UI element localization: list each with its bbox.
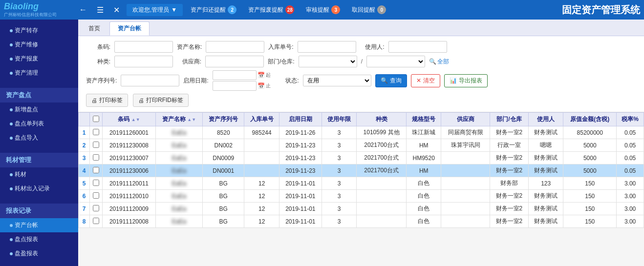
- date-end-input[interactable]: [213, 81, 257, 91]
- dept-select[interactable]: [299, 56, 357, 67]
- table-row[interactable]: 8 201911120008 EaEa BG 12 2019-11-01 3 白…: [79, 215, 644, 228]
- sidebar-item-inventory-list[interactable]: 盘点单列表: [0, 117, 78, 131]
- row-name: EaEa: [155, 215, 202, 228]
- row-checkbox[interactable]: [93, 192, 99, 199]
- row-checkbox-cell[interactable]: [90, 126, 103, 139]
- export-button[interactable]: 📊 导出报表: [444, 74, 488, 87]
- row-checkbox-cell[interactable]: [90, 164, 103, 177]
- table-row[interactable]: 6 201911120010 EaEa BG 12 2019-11-01 3 白…: [79, 190, 644, 203]
- sidebar-item-consumable[interactable]: 耗材: [0, 167, 78, 182]
- sidebar-item-asset-clear[interactable]: 资产清理: [0, 66, 78, 80]
- clear-button[interactable]: ✕ 清空: [411, 74, 440, 87]
- close-button[interactable]: ✕: [110, 4, 123, 16]
- sidebar-item-asset-transfer[interactable]: 资产转存: [0, 23, 78, 38]
- sidebar-item-surplus-report[interactable]: 盘盈报表: [0, 246, 78, 261]
- row-checkbox[interactable]: [93, 180, 99, 186]
- row-spec: HM: [407, 139, 441, 152]
- row-ruku: 12: [244, 190, 279, 203]
- calendar-icon[interactable]: 📅: [258, 72, 265, 79]
- search-all-btn[interactable]: 🔍 全部: [429, 58, 449, 66]
- notify-recall[interactable]: 取回提醒 0: [348, 4, 390, 15]
- welcome-button[interactable]: 欢迎您,管理员 ▼: [127, 4, 183, 16]
- row-dept: 财务一室2: [490, 126, 528, 139]
- sidebar-item-asset-ledger[interactable]: 资产台帐: [0, 218, 78, 232]
- sidebar-section-consumable-title: 耗材管理: [0, 153, 78, 167]
- row-user: 嗯嗯: [529, 139, 563, 152]
- sidebar-label-asset-clear: 资产清理: [15, 69, 38, 77]
- notify-return[interactable]: 资产归还提醒 2: [187, 4, 240, 15]
- th-num: [79, 113, 90, 126]
- asset-name-input[interactable]: [206, 41, 264, 53]
- calendar-end-icon[interactable]: 📅: [258, 82, 265, 89]
- tiaoma-input[interactable]: [114, 41, 173, 53]
- row-dept: 财务一室2: [490, 203, 528, 215]
- row-zhonglei: [357, 177, 407, 190]
- zhonglei-input[interactable]: [114, 56, 173, 67]
- table-row[interactable]: 2 201911230008 EaEa DN002 2019-11-23 3 2…: [79, 139, 644, 152]
- tab-home[interactable]: 首页: [80, 21, 108, 36]
- export-icon: 📊: [450, 77, 457, 84]
- row-spec: HM9520: [407, 152, 441, 164]
- table-header: 条码 ▲▼ 资产名称 ▲▼ 资产序列号 入库单号 启用日期 使用年限 种类 规格…: [79, 113, 644, 126]
- row-checkbox-cell[interactable]: [90, 203, 103, 215]
- row-years: 3: [322, 177, 356, 190]
- table-row[interactable]: 1 201911260001 EaEa 8520 985244 2019-11-…: [79, 126, 644, 139]
- row-start-date: 2019-11-01: [279, 190, 322, 203]
- query-btn-label: 查询: [390, 77, 402, 85]
- menu-button[interactable]: ☰: [94, 4, 107, 16]
- form-row-2: 种类: 供应商: 部门/仓库: / 🔍 全部: [86, 56, 636, 67]
- row-zhonglei: 2021700台式: [357, 152, 407, 164]
- th-name[interactable]: 资产名称 ▲▼: [155, 113, 202, 126]
- row-checkbox-cell[interactable]: [90, 215, 103, 228]
- table-row[interactable]: 5 201911120011 EaEa BG 12 2019-11-01 3 白…: [79, 177, 644, 190]
- row-tiaoma: 201911230007: [103, 152, 156, 164]
- export-btn-label: 导出报表: [459, 77, 482, 85]
- status-select[interactable]: 在用: [303, 75, 371, 86]
- sidebar-item-inventory-import[interactable]: 盘点导入: [0, 131, 78, 145]
- sidebar-item-new-inventory[interactable]: 新增盘点: [0, 102, 78, 117]
- print-rfid-button[interactable]: 🖨 打印RFID标签: [133, 94, 189, 107]
- notify-review[interactable]: 审核提醒 3: [302, 4, 344, 15]
- user-input[interactable]: [388, 41, 447, 53]
- row-checkbox-cell[interactable]: [90, 139, 103, 152]
- row-checkbox[interactable]: [93, 167, 99, 173]
- row-serial: BG: [203, 215, 244, 228]
- sidebar-item-asset-repair[interactable]: 资产维修: [0, 38, 78, 52]
- row-checkbox[interactable]: [93, 142, 99, 148]
- tab-asset-ledger[interactable]: 资产台帐: [109, 21, 150, 36]
- query-button[interactable]: 🔍 查询: [375, 74, 407, 87]
- row-checkbox[interactable]: [93, 129, 99, 135]
- row-checkbox-cell[interactable]: [90, 152, 103, 164]
- row-checkbox[interactable]: [93, 205, 99, 211]
- table-row[interactable]: 3 201911230007 EaEa DN0009 2019-11-23 3 …: [79, 152, 644, 164]
- table-row[interactable]: 4 201911230006 EaEa DN0001 2019-11-23 3 …: [79, 164, 644, 177]
- dept-label: 部门/仓库:: [268, 58, 295, 66]
- select-all-checkbox[interactable]: [93, 116, 99, 122]
- row-checkbox-cell[interactable]: [90, 190, 103, 203]
- print-tag-button[interactable]: 🖨 打印标签: [86, 94, 128, 107]
- th-tiaoma[interactable]: 条码 ▲▼: [103, 113, 156, 126]
- supplier-input[interactable]: [205, 56, 264, 67]
- sort-icon: ▲▼: [131, 117, 140, 122]
- dept-sub-select[interactable]: [366, 56, 425, 67]
- date-start-input[interactable]: [213, 70, 257, 80]
- row-spec: 珠江新城: [407, 126, 441, 139]
- row-dept: 行政一室: [490, 139, 528, 152]
- ruku-input[interactable]: [298, 41, 356, 53]
- row-checkbox[interactable]: [93, 154, 99, 161]
- sidebar-item-consumable-record[interactable]: 耗材出入记录: [0, 182, 78, 196]
- notify-scrap-label: 资产报废提醒: [248, 6, 283, 14]
- row-name: EaEa: [155, 164, 202, 177]
- sidebar-section-report: 报表记录 资产台帐 盘点报表 盘盈报表: [0, 200, 78, 265]
- th-checkbox[interactable]: [90, 113, 103, 126]
- back-button[interactable]: ←: [76, 4, 90, 15]
- sidebar-item-inventory-report[interactable]: 盘点报表: [0, 232, 78, 246]
- sidebar-item-asset-scrap[interactable]: 资产报废: [0, 52, 78, 66]
- row-checkbox-cell[interactable]: [90, 177, 103, 190]
- row-zhonglei: 2021700台式: [357, 164, 407, 177]
- asset-serial-input[interactable]: [121, 75, 179, 86]
- row-years: 3: [322, 139, 356, 152]
- row-checkbox[interactable]: [93, 218, 99, 224]
- notify-scrap[interactable]: 资产报废提醒 28: [244, 4, 298, 15]
- table-row[interactable]: 7 201911120009 EaEa BG 12 2019-11-01 3 白…: [79, 203, 644, 215]
